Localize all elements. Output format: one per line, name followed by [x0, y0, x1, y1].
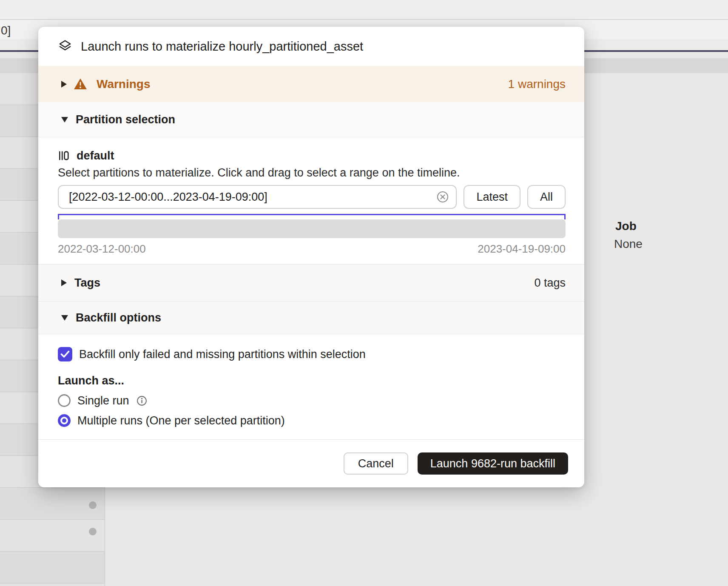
backfill-failed-missing-checkbox[interactable]: [58, 347, 72, 361]
single-run-label[interactable]: Single run: [77, 394, 129, 407]
partition-selection-content: default Select partitions to materialize…: [38, 137, 584, 264]
radio-circle-unselected[interactable]: [58, 394, 71, 407]
warnings-count: 1 warnings: [508, 77, 566, 91]
backfill-options-content: Backfill only failed and missing partiti…: [38, 334, 584, 439]
timeline-labels: 2022-03-12-00:00 2023-04-19-09:00: [58, 242, 566, 256]
bg-top-strip: [0, 0, 728, 20]
latest-button[interactable]: Latest: [464, 185, 520, 209]
multiple-runs-label[interactable]: Multiple runs (One per selected partitio…: [77, 414, 285, 427]
tags-count: 0 tags: [534, 276, 566, 290]
status-dot: [89, 501, 97, 509]
dialog-title: Launch runs to materialize hourly_partit…: [81, 40, 363, 54]
warning-triangle-icon: [74, 78, 87, 90]
truncated-input-text: 0]: [1, 24, 11, 37]
backfill-options-title: Backfill options: [76, 311, 161, 324]
job-column-header: Job: [615, 219, 637, 233]
launch-backfill-dialog: Launch runs to materialize hourly_partit…: [38, 27, 584, 487]
partition-dimension-row: default: [58, 149, 566, 162]
cancel-button[interactable]: Cancel: [344, 452, 408, 475]
launch-as-label: Launch as...: [58, 374, 566, 387]
chevron-right-icon: [61, 279, 67, 286]
radio-circle-selected[interactable]: [58, 414, 71, 427]
chevron-right-icon: [61, 81, 67, 88]
partition-health-bar[interactable]: [58, 219, 566, 238]
radio-inner-dot: [62, 418, 66, 423]
checkbox-label[interactable]: Backfill only failed and missing partiti…: [79, 348, 366, 361]
launch-backfill-button[interactable]: Launch 9682-run backfill: [418, 452, 568, 475]
job-column-value: None: [614, 237, 643, 251]
dialog-footer: Cancel Launch 9682-run backfill: [38, 439, 584, 487]
partition-range-input[interactable]: [58, 185, 457, 209]
chevron-down-icon: [61, 315, 68, 321]
radio-multiple-runs[interactable]: Multiple runs (One per selected partitio…: [58, 414, 566, 427]
backfill-options-header[interactable]: Backfill options: [38, 301, 584, 334]
chevron-down-icon: [61, 117, 68, 122]
partition-selection-header[interactable]: Partition selection: [38, 102, 584, 137]
partition-dimension-name: default: [77, 149, 114, 162]
radio-inner-ring: [60, 417, 68, 424]
partition-range-input-wrap: [58, 185, 457, 209]
backfill-failed-missing-row[interactable]: Backfill only failed and missing partiti…: [58, 347, 566, 361]
tags-title: Tags: [74, 276, 100, 290]
asset-layers-icon: [58, 39, 72, 54]
partition-instruction: Select partitions to materialize. Click …: [58, 165, 566, 180]
tags-section-header[interactable]: Tags 0 tags: [38, 264, 584, 301]
info-icon[interactable]: [136, 395, 148, 407]
radio-single-run[interactable]: Single run: [58, 394, 566, 407]
clear-input-icon[interactable]: [435, 190, 450, 204]
dialog-header: Launch runs to materialize hourly_partit…: [38, 27, 584, 66]
status-dot: [89, 528, 97, 535]
selection-range-indicator: [58, 214, 566, 219]
partition-input-row: Latest All: [58, 185, 566, 209]
timeline-start-label: 2022-03-12-00:00: [58, 242, 146, 256]
warnings-label: Warnings: [97, 77, 151, 91]
partition-selection-title: Partition selection: [76, 113, 175, 126]
partition-set-icon: [58, 150, 70, 162]
warnings-section-header[interactable]: Warnings 1 warnings: [38, 66, 584, 102]
timeline-end-label: 2023-04-19-09:00: [478, 242, 566, 256]
all-button[interactable]: All: [527, 185, 566, 209]
